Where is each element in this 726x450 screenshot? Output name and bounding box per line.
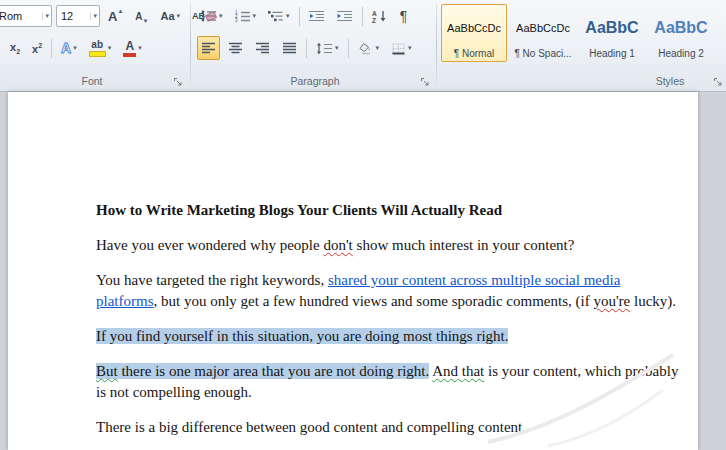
group-separator [436,3,437,87]
svg-text:3: 3 [235,18,238,22]
styles-group-label: Styles [630,75,710,87]
bullets-button[interactable] [197,5,227,27]
align-left-icon [201,42,216,54]
spellcheck-flagged-word: don't [323,237,352,253]
line-spacing-button[interactable] [312,36,343,60]
style-normal[interactable]: AaBbCcDc ¶ Normal [441,4,507,62]
style-preview: AaBbCcDc [516,22,570,34]
decrease-indent-button[interactable] [305,5,329,27]
justify-icon [282,42,297,54]
font-color-button[interactable]: A [119,36,146,60]
superscript-button[interactable]: x2 [28,36,46,60]
style-heading-1[interactable]: AaBbC Heading 1 [579,4,645,62]
style-heading-2[interactable]: AaBbC Heading 2 [648,4,714,62]
paragraph-dialog-launcher[interactable] [419,76,430,87]
paint-bucket-icon [358,42,374,55]
style-preview: AaBbCcDc [447,22,501,34]
font-group-label: Font [0,75,184,87]
shrink-font-icon: A [135,11,142,22]
hyperlink-text-line2: platforms [96,293,154,309]
bullets-icon [201,10,217,22]
text-run: is your content, which probably [484,363,678,379]
document-body[interactable]: How to Write Marketing Blogs Your Client… [8,92,698,438]
dialog-launcher-icon [173,77,183,87]
dialog-launcher-icon [713,77,723,87]
styles-gallery: AaBbCcDc ¶ Normal AaBbCcDc ¶ No Spaci...… [441,4,714,62]
style-name: ¶ No Spaci... [514,48,571,59]
show-paragraph-marks-button[interactable]: ¶ [395,5,413,27]
selected-text: there is one major area that you are not… [118,363,430,379]
bottom-border-icon [391,42,406,55]
font-size-combo[interactable]: 12 ▾ [56,5,100,27]
superscript-icon: x2 [32,42,42,55]
sort-button[interactable]: AZ [368,5,391,27]
numbering-button[interactable]: 123 [231,5,261,27]
styles-dialog-launcher[interactable] [712,76,723,87]
font-dialog-launcher[interactable] [172,76,183,87]
subscript-button[interactable]: x2 [6,36,24,60]
line-spacing-icon [316,42,333,55]
dialog-launcher-icon [420,77,430,87]
up-triangle-icon: ▲ [117,8,123,14]
font-name-value: Rom [0,10,22,22]
text-run: , but you only get a few hundred views a… [154,293,594,309]
svg-text:Z: Z [372,17,376,23]
grammar-flagged-words: And that [432,363,484,379]
document-page[interactable]: How to Write Marketing Blogs Your Client… [8,92,698,450]
increase-indent-icon [337,10,353,22]
paragraph-1: Have you ever wondered why people don't … [96,235,698,256]
align-center-button[interactable] [224,36,247,60]
paragraph-4: But there is one major area that you are… [96,361,698,403]
shrink-font-button[interactable]: A▼ [131,5,152,27]
align-center-icon [228,42,243,54]
separator [306,39,307,58]
numbering-icon: 123 [235,10,251,22]
font-group-row2: x2 x2 A ab A [6,36,146,60]
chevron-down-icon[interactable]: ▾ [42,12,49,20]
align-right-icon [255,42,270,54]
chevron-down-icon[interactable]: ▾ [90,12,97,20]
document-heading: How to Write Marketing Blogs Your Client… [96,200,698,221]
multilevel-list-button[interactable] [264,5,294,27]
text-effects-button[interactable]: A [57,36,81,60]
spellcheck-flagged-word: you're [593,293,630,309]
align-right-button[interactable] [251,36,274,60]
text-run: There is a big difference between good c… [96,419,526,435]
text-run: You have targeted the right keywords, [96,272,328,288]
paragraph-group-label: Paragraph [196,75,434,87]
style-name: Heading 2 [658,48,704,59]
increase-indent-button[interactable] [333,5,357,27]
down-triangle-icon: ▼ [143,18,149,24]
style-preview: AaBbC [654,19,707,37]
text-effects-icon: A [61,40,71,56]
paragraph-3: If you find yourself in this situation, … [96,326,698,347]
document-canvas: How to Write Marketing Blogs Your Client… [0,92,726,450]
separator [362,7,363,26]
grow-font-button[interactable]: A▲ [104,5,127,27]
borders-button[interactable] [387,36,416,60]
font-size-value: 12 [61,10,73,22]
multilevel-list-icon [268,10,284,22]
selected-grammar-flagged-word: But [96,363,118,379]
highlight-color-button[interactable]: ab [85,36,116,60]
justify-button[interactable] [278,36,301,60]
paragraph-group-row2 [197,36,416,60]
text-run: lucky). [630,293,676,309]
separator [51,39,52,58]
text-run: Have you ever wondered why people [96,237,323,253]
shading-button[interactable] [354,36,384,60]
decrease-indent-icon [309,10,325,22]
separator [299,7,300,26]
text-run: show much interest in your content? [353,237,575,253]
group-separator [190,3,191,87]
align-left-button[interactable] [197,36,220,60]
change-case-button[interactable]: Aa [157,5,185,27]
style-no-spacing[interactable]: AaBbCcDc ¶ No Spaci... [510,4,576,62]
separator [348,39,349,58]
paragraph-5: There is a big difference between good c… [96,417,698,438]
grow-font-icon: A [108,9,117,24]
style-name: ¶ Normal [454,48,494,59]
font-name-combo[interactable]: Rom ▾ [0,5,52,27]
svg-text:A: A [372,10,377,17]
hyperlink-text-line1: shared your content across multiple soci… [328,272,620,288]
